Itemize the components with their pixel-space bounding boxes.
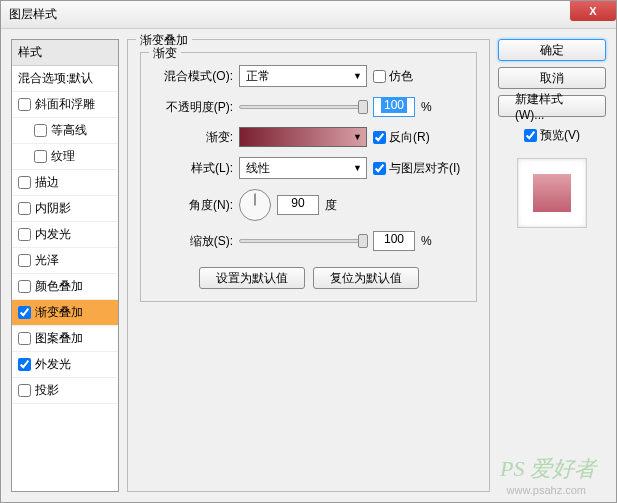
sidebar-item-label: 光泽 — [35, 252, 59, 269]
align-label: 与图层对齐(I) — [389, 160, 460, 177]
sidebar-item[interactable]: 光泽 — [12, 248, 118, 274]
dither-checkbox[interactable]: 仿色 — [373, 68, 413, 85]
sidebar-item[interactable]: 渐变叠加 — [12, 300, 118, 326]
sidebar-item[interactable]: 斜面和浮雕 — [12, 92, 118, 118]
inner-title: 渐变 — [149, 45, 181, 62]
sidebar-checkbox[interactable] — [18, 98, 31, 111]
dither-input[interactable] — [373, 70, 386, 83]
sidebar-item[interactable]: 描边 — [12, 170, 118, 196]
align-checkbox[interactable]: 与图层对齐(I) — [373, 160, 460, 177]
cancel-button[interactable]: 取消 — [498, 67, 606, 89]
sidebar-item[interactable]: 内发光 — [12, 222, 118, 248]
dither-label: 仿色 — [389, 68, 413, 85]
blend-mode-label: 混合模式(O): — [153, 68, 233, 85]
style-value: 线性 — [246, 160, 270, 177]
close-button[interactable]: X — [570, 1, 616, 21]
style-dropdown[interactable]: 线性 ▼ — [239, 157, 367, 179]
sidebar-checkbox[interactable] — [34, 150, 47, 163]
reverse-checkbox[interactable]: 反向(R) — [373, 129, 430, 146]
sidebar-checkbox[interactable] — [18, 254, 31, 267]
scale-label: 缩放(S): — [153, 233, 233, 250]
chevron-down-icon: ▼ — [353, 71, 362, 81]
preview-swatch — [533, 174, 571, 212]
sidebar-checkbox[interactable] — [18, 228, 31, 241]
reset-default-button[interactable]: 复位为默认值 — [313, 267, 419, 289]
opacity-unit: % — [421, 100, 432, 114]
sidebar-item[interactable]: 投影 — [12, 378, 118, 404]
gradient-overlay-section: 渐变叠加 渐变 混合模式(O): 正常 ▼ 仿色 — [127, 39, 490, 492]
slider-thumb[interactable] — [358, 100, 368, 114]
new-style-button[interactable]: 新建样式(W)... — [498, 95, 606, 117]
gradient-picker[interactable]: ▼ — [239, 127, 367, 147]
sidebar-item-label: 纹理 — [51, 148, 75, 165]
sidebar-checkbox[interactable] — [18, 280, 31, 293]
window-title: 图层样式 — [9, 6, 57, 23]
sidebar-item[interactable]: 纹理 — [12, 144, 118, 170]
sidebar-item-label: 图案叠加 — [35, 330, 83, 347]
sidebar-item-label: 颜色叠加 — [35, 278, 83, 295]
titlebar: 图层样式 X — [1, 1, 616, 29]
sidebar-checkbox[interactable] — [18, 176, 31, 189]
sidebar-header: 样式 — [12, 40, 118, 66]
sidebar-item[interactable]: 图案叠加 — [12, 326, 118, 352]
gradient-label: 渐变: — [153, 129, 233, 146]
sidebar-item-label: 描边 — [35, 174, 59, 191]
sidebar-item-label: 混合选项:默认 — [18, 70, 93, 87]
sidebar-checkbox[interactable] — [18, 306, 31, 319]
watermark-logo: PS 爱好者 — [500, 454, 596, 484]
opacity-input[interactable]: 100 — [373, 97, 415, 117]
style-label: 样式(L): — [153, 160, 233, 177]
angle-unit: 度 — [325, 197, 337, 214]
slider-thumb[interactable] — [358, 234, 368, 248]
sidebar-item-label: 外发光 — [35, 356, 71, 373]
blend-mode-value: 正常 — [246, 68, 270, 85]
opacity-label: 不透明度(P): — [153, 99, 233, 116]
angle-label: 角度(N): — [153, 197, 233, 214]
reverse-input[interactable] — [373, 131, 386, 144]
preview-checkbox[interactable]: 预览(V) — [498, 127, 606, 144]
preview-input[interactable] — [524, 129, 537, 142]
sidebar-item[interactable]: 颜色叠加 — [12, 274, 118, 300]
right-panel: 确定 取消 新建样式(W)... 预览(V) — [498, 39, 606, 492]
opacity-slider[interactable] — [239, 105, 367, 109]
ok-button[interactable]: 确定 — [498, 39, 606, 61]
sidebar-item-label: 内阴影 — [35, 200, 71, 217]
sidebar-item-label: 内发光 — [35, 226, 71, 243]
sidebar-item-label: 渐变叠加 — [35, 304, 83, 321]
content-area: 样式 混合选项:默认 斜面和浮雕等高线纹理描边内阴影内发光光泽颜色叠加渐变叠加图… — [1, 29, 616, 502]
preview-label: 预览(V) — [540, 127, 580, 144]
scale-unit: % — [421, 234, 432, 248]
sidebar-checkbox[interactable] — [18, 332, 31, 345]
sidebar-checkbox[interactable] — [18, 358, 31, 371]
blend-mode-dropdown[interactable]: 正常 ▼ — [239, 65, 367, 87]
angle-input[interactable]: 90 — [277, 195, 319, 215]
sidebar-item[interactable]: 等高线 — [12, 118, 118, 144]
sidebar-item-label: 投影 — [35, 382, 59, 399]
make-default-button[interactable]: 设置为默认值 — [199, 267, 305, 289]
scale-input[interactable]: 100 — [373, 231, 415, 251]
sidebar-item-label: 等高线 — [51, 122, 87, 139]
sidebar-item[interactable]: 外发光 — [12, 352, 118, 378]
sidebar-checkbox[interactable] — [34, 124, 47, 137]
chevron-down-icon: ▼ — [353, 163, 362, 173]
watermark-url: www.psahz.com — [507, 484, 586, 496]
reverse-label: 反向(R) — [389, 129, 430, 146]
angle-dial[interactable] — [239, 189, 271, 221]
scale-slider[interactable] — [239, 239, 367, 243]
align-input[interactable] — [373, 162, 386, 175]
styles-sidebar: 样式 混合选项:默认 斜面和浮雕等高线纹理描边内阴影内发光光泽颜色叠加渐变叠加图… — [11, 39, 119, 492]
sidebar-checkbox[interactable] — [18, 384, 31, 397]
sidebar-item[interactable]: 内阴影 — [12, 196, 118, 222]
gradient-group: 渐变 混合模式(O): 正常 ▼ 仿色 不透明度(P): — [140, 52, 477, 302]
sidebar-checkbox[interactable] — [18, 202, 31, 215]
sidebar-item-label: 斜面和浮雕 — [35, 96, 95, 113]
main-panel: 渐变叠加 渐变 混合模式(O): 正常 ▼ 仿色 — [127, 39, 490, 492]
preview-box — [517, 158, 587, 228]
chevron-down-icon: ▼ — [353, 132, 362, 142]
dialog-window: 图层样式 X 样式 混合选项:默认 斜面和浮雕等高线纹理描边内阴影内发光光泽颜色… — [0, 0, 617, 503]
sidebar-blend-options[interactable]: 混合选项:默认 — [12, 66, 118, 92]
